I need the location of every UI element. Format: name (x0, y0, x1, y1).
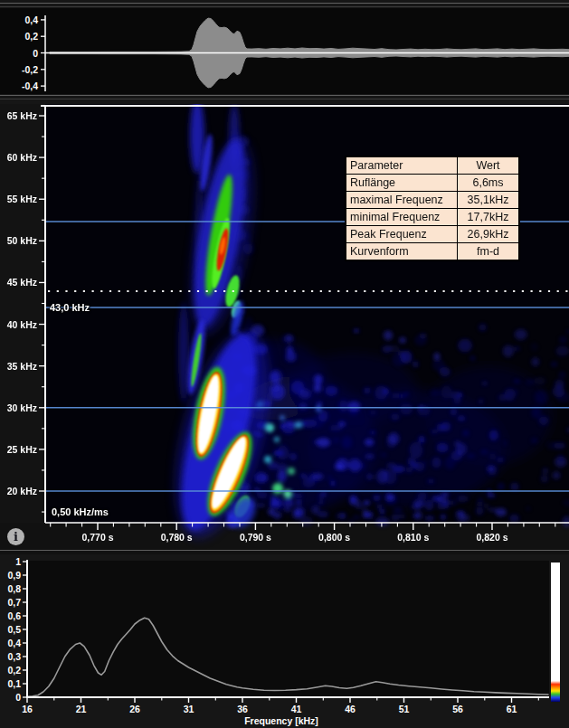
frequency-tick-label: 65 kHz (7, 110, 37, 121)
spectrum-y-tick-label: 1 (15, 556, 21, 567)
table-row-value: 17,7kHz (458, 209, 518, 225)
frequency-tick-label: 40 kHz (7, 319, 37, 330)
table-row-value: 35,1kHz (458, 192, 518, 208)
table-row-param: minimal Frequenz (346, 209, 457, 225)
panel-splitter-line[interactable] (0, 99, 569, 99)
time-tick-label: 0,810 s (397, 532, 429, 543)
info-icon[interactable]: i (7, 528, 24, 545)
spectrum-x-tick-label: 26 (129, 704, 140, 714)
spectrum-x-axis-label: Frequency [kHz] (244, 715, 318, 726)
amplitude-tick-label: 0,4 (24, 14, 38, 25)
spectrum-y-tick-label: 0,1 (7, 678, 21, 689)
frequency-tick-label: 25 kHz (7, 444, 37, 455)
time-tick-label: 0,790 s (240, 532, 271, 543)
table-row-param: Ruflänge (346, 175, 457, 191)
spectrum-y-tick-label: 0,5 (7, 624, 21, 635)
frequency-tick-label: 35 kHz (7, 361, 37, 372)
table-row-param: Kurvenform (346, 243, 457, 260)
power-spectrum-panel[interactable]: 10,90,80,70,60,50,40,30,20,1016212631364… (0, 554, 569, 728)
spectrum-y-tick-label: 0 (15, 692, 21, 703)
bat-call-analysis-window: 0,40,20-0,2-0,4 65 kHz60 kHz55 kHz50 kHz… (0, 0, 569, 728)
spectrum-bg (27, 561, 549, 697)
spectrum-x-tick-label: 51 (399, 704, 410, 714)
frequency-tick-label: 50 kHz (7, 235, 37, 246)
table-row-value: 26,9kHz (458, 226, 518, 242)
table-row-value: fm-d (458, 243, 518, 260)
amplitude-tick-label: 0,2 (24, 31, 38, 42)
cursor-frequency-label: 43,0 kHz (50, 302, 90, 313)
spectrum-x-tick-label: 41 (291, 704, 302, 714)
time-tick-label: 0,820 s (476, 532, 507, 543)
spectrum-y-tick-label: 0,8 (7, 583, 21, 594)
spectrum-y-tick-label: 0,9 (7, 570, 21, 581)
spectrum-y-tick-label: 0,3 (7, 651, 21, 662)
time-tick-label: 0,800 s (318, 532, 350, 543)
spectrum-y-tick-label: 0,7 (7, 597, 21, 608)
time-tick-label: 0,780 s (161, 532, 193, 543)
spectrum-x-tick-label: 36 (237, 704, 248, 714)
table-row-param: Peak Frequenz (346, 226, 457, 242)
panel-splitter-line[interactable] (0, 550, 569, 551)
frequency-tick-label: 20 kHz (7, 486, 37, 496)
spectrum-x-tick-label: 46 (345, 704, 356, 714)
oscillogram-panel[interactable]: 0,40,20-0,2-0,4 (0, 0, 569, 103)
slope-label: 0,50 kHz/ms (52, 506, 109, 517)
frequency-tick-label: 55 kHz (7, 194, 37, 204)
spectrum-x-tick-label: 56 (452, 704, 463, 714)
table-row-param: maximal Frequenz (346, 192, 457, 208)
amplitude-tick-label: 0 (33, 48, 38, 59)
spectrum-y-tick-label: 0,2 (7, 665, 21, 676)
parameter-table: ParameterWertRuflänge6,6msmaximal Freque… (345, 156, 520, 261)
table-header-wert: Wert (458, 157, 518, 174)
time-tick-label: 0,770 s (81, 532, 113, 543)
spectrum-y-tick-label: 0,4 (7, 638, 21, 648)
table-header-parameter: Parameter (346, 157, 457, 174)
frequency-tick-label: 45 kHz (7, 277, 37, 288)
panel-splitter-line[interactable] (0, 95, 569, 96)
table-row-value: 6,6ms (458, 175, 518, 191)
spectrum-x-tick-label: 31 (184, 704, 194, 714)
spectrum-x-tick-label: 16 (22, 704, 33, 714)
frequency-tick-label: 30 kHz (7, 402, 37, 413)
amplitude-tick-label: -0,2 (22, 64, 38, 75)
spectrum-x-tick-label: 61 (507, 704, 517, 714)
intensity-colorbar (551, 563, 560, 702)
spectrum-y-tick-label: 0,6 (7, 610, 21, 621)
spectrum-x-tick-label: 21 (76, 704, 87, 714)
frequency-tick-label: 60 kHz (7, 152, 37, 163)
amplitude-tick-label: -0,4 (22, 80, 38, 91)
